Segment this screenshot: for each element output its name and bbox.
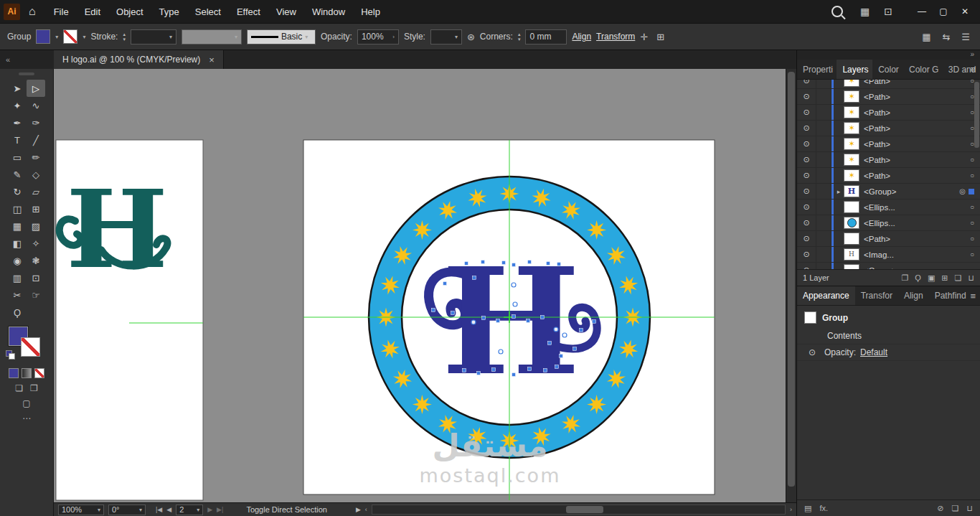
visibility-toggle-icon[interactable]: ⊙ bbox=[797, 215, 816, 230]
visibility-toggle-icon[interactable]: ⊙ bbox=[797, 168, 816, 183]
anchor-point[interactable] bbox=[482, 316, 486, 320]
lasso-tool[interactable]: ∿ bbox=[27, 97, 45, 114]
anchor-point[interactable] bbox=[481, 261, 485, 264]
rectangle-tool[interactable]: ▭ bbox=[8, 149, 27, 166]
shaper-tool[interactable]: ✎ bbox=[8, 166, 27, 183]
visibility-toggle-icon[interactable]: ⊙ bbox=[797, 184, 816, 199]
paintbrush-tool[interactable]: ✏ bbox=[27, 149, 45, 166]
expand-toggle-icon[interactable]: ▸ bbox=[834, 188, 844, 195]
stroke-chevron-down-icon[interactable]: ▾ bbox=[83, 34, 85, 40]
slice-tool[interactable]: ✂ bbox=[8, 286, 27, 304]
edit-column[interactable] bbox=[816, 152, 831, 167]
horizontal-scrollbar-thumb[interactable] bbox=[566, 506, 603, 513]
hand-tool[interactable]: ☞ bbox=[27, 286, 45, 304]
visibility-toggle-icon[interactable]: ⊙ bbox=[797, 200, 816, 215]
document-grid-icon[interactable]: ▦ bbox=[922, 32, 930, 42]
next-artboard-button[interactable]: ▶ bbox=[207, 506, 212, 513]
corners-value-select[interactable]: 0 mm bbox=[525, 29, 567, 44]
none-mode-button[interactable] bbox=[34, 368, 44, 378]
clear-appearance-icon[interactable]: ⊘ bbox=[937, 504, 943, 513]
opacity-value-link[interactable]: Default bbox=[860, 347, 887, 357]
target-icon[interactable]: ○ bbox=[970, 172, 974, 179]
perspective-grid-tool[interactable]: ▦ bbox=[8, 217, 27, 235]
anchor-handle-point[interactable] bbox=[562, 333, 567, 337]
anchor-point[interactable] bbox=[512, 263, 516, 267]
tab-color-g[interactable]: Color G bbox=[903, 60, 943, 79]
menu-item-help[interactable]: Help bbox=[353, 0, 388, 23]
toolbar-grip[interactable] bbox=[19, 72, 34, 75]
search-icon[interactable] bbox=[831, 6, 843, 17]
line-segment-tool[interactable]: ╱ bbox=[27, 131, 45, 149]
appearance-panel-menu-icon[interactable]: ≡ bbox=[970, 291, 976, 301]
scroll-left-icon[interactable]: ‹ bbox=[365, 506, 367, 513]
edit-toolbar-icon[interactable]: ⋯ bbox=[22, 413, 31, 423]
draw-normal-icon[interactable]: ❏ bbox=[15, 383, 23, 393]
anchor-point[interactable] bbox=[473, 276, 476, 280]
minimize-button[interactable]: — bbox=[911, 4, 933, 19]
eraser-tool[interactable]: ◇ bbox=[27, 166, 45, 183]
stroke-swatch[interactable] bbox=[21, 337, 40, 357]
target-icon[interactable]: ○ bbox=[970, 250, 974, 258]
align-link[interactable]: Align bbox=[572, 32, 591, 42]
anchor-point[interactable] bbox=[492, 368, 496, 372]
anchor-point[interactable] bbox=[547, 262, 550, 266]
stroke-weight-stepper[interactable]: ▴▾ bbox=[123, 32, 126, 42]
vertical-scrollbar[interactable] bbox=[786, 69, 796, 502]
visibility-toggle-icon[interactable]: ⊙ bbox=[797, 136, 816, 151]
anchor-point[interactable] bbox=[544, 369, 547, 372]
opacity-select[interactable]: 100%› bbox=[357, 29, 399, 44]
first-artboard-button[interactable]: |◀ bbox=[156, 506, 162, 513]
edit-column[interactable] bbox=[816, 215, 831, 230]
edit-column[interactable] bbox=[816, 80, 831, 88]
eyedropper-tool[interactable]: ✧ bbox=[27, 235, 45, 252]
collapse-toolbar-icon[interactable]: « bbox=[0, 50, 54, 69]
edit-column[interactable] bbox=[816, 200, 831, 215]
layers-scrollbar-thumb[interactable] bbox=[974, 82, 979, 148]
edit-column[interactable] bbox=[816, 121, 831, 136]
close-button[interactable]: ✕ bbox=[954, 4, 976, 19]
anchor-point[interactable] bbox=[477, 372, 481, 375]
teal-letter-group[interactable]: H bbox=[60, 166, 168, 292]
tab-pathfind[interactable]: Pathfind bbox=[929, 286, 972, 305]
layer-row[interactable]: ⊙✶<Path>○ bbox=[797, 89, 980, 105]
tab-layers[interactable]: Layers bbox=[837, 60, 872, 79]
anchor-point[interactable] bbox=[528, 367, 532, 371]
edit-column[interactable] bbox=[816, 105, 831, 120]
curvature-tool[interactable]: ✑ bbox=[27, 114, 45, 131]
make-clipping-mask-icon[interactable]: ▣ bbox=[928, 273, 935, 283]
recolor-artwork-icon[interactable]: ⊛ bbox=[467, 32, 475, 42]
add-new-effect-icon[interactable]: fx. bbox=[819, 504, 828, 513]
layer-row[interactable]: ⊙✶<Path>○ bbox=[797, 121, 980, 136]
stroke-color-swatch[interactable] bbox=[63, 29, 77, 44]
previous-artboard-button[interactable]: ◀ bbox=[166, 506, 171, 513]
menu-item-select[interactable]: Select bbox=[187, 0, 229, 23]
anchor-point[interactable] bbox=[541, 316, 545, 319]
duplicate-selected-item-icon[interactable]: ❏ bbox=[952, 504, 959, 513]
menu-item-edit[interactable]: Edit bbox=[77, 0, 108, 23]
anchor-point[interactable] bbox=[465, 262, 468, 266]
visibility-toggle-icon[interactable]: ⊙ bbox=[797, 80, 816, 88]
draw-behind-icon[interactable]: ❐ bbox=[30, 383, 38, 393]
status-options-icon[interactable]: ▶ bbox=[356, 506, 361, 513]
scroll-right-icon[interactable]: › bbox=[790, 506, 792, 513]
graphic-style-select[interactable]: ▾ bbox=[430, 29, 462, 44]
appearance-contents-row[interactable]: Contents bbox=[797, 328, 980, 344]
home-icon[interactable]: ⌂ bbox=[29, 5, 36, 18]
edit-column[interactable] bbox=[816, 89, 831, 104]
horizontal-scrollbar[interactable] bbox=[372, 505, 786, 515]
anchor-handle-point[interactable] bbox=[471, 320, 476, 324]
free-transform-tool[interactable]: ⊞ bbox=[27, 200, 45, 217]
layer-row[interactable]: ⊙✶<Path>○ bbox=[797, 168, 980, 184]
menu-item-object[interactable]: Object bbox=[108, 0, 151, 23]
tab-appearance[interactable]: Appearance bbox=[797, 286, 855, 305]
maximize-button[interactable]: ▢ bbox=[933, 4, 954, 19]
arrange-documents-icon[interactable]: ⇆ bbox=[942, 32, 950, 42]
layer-row[interactable]: ⊙✶<Path>○ bbox=[797, 80, 980, 89]
align-to-glyph-icon[interactable]: ✛ bbox=[640, 32, 648, 42]
new-sublayer-icon[interactable]: ⊞ bbox=[941, 273, 948, 283]
anchor-point[interactable] bbox=[451, 311, 455, 315]
layer-row[interactable]: ⊙H<Imag...○ bbox=[797, 247, 980, 263]
zoom-tool[interactable]: Ϙ bbox=[8, 304, 27, 321]
tab-color[interactable]: Color bbox=[872, 60, 903, 79]
appearance-item-row[interactable]: Group bbox=[797, 306, 980, 328]
